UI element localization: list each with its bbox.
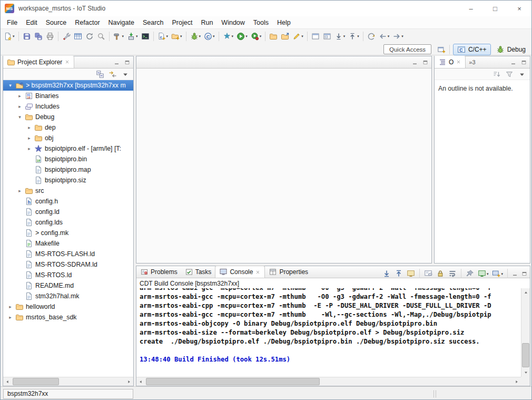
tree-item-readme-md[interactable]: README.md xyxy=(3,280,133,291)
scroll-left-button[interactable] xyxy=(3,377,12,386)
close-icon[interactable] xyxy=(456,59,461,65)
tree-item-debug[interactable]: ▾Debug xyxy=(3,112,133,122)
memory-view-button[interactable] xyxy=(73,30,83,43)
tab-tasks[interactable]: Tasks xyxy=(181,266,215,278)
minimize-view-button[interactable] xyxy=(509,58,518,67)
tree-item-config-h[interactable]: hconfig.h xyxy=(3,196,133,207)
tree-item-includes[interactable]: ▸Includes xyxy=(3,101,133,112)
minimize-view-button[interactable] xyxy=(112,58,121,67)
menu-edit[interactable]: Edit xyxy=(22,17,42,28)
menu-run[interactable]: Run xyxy=(196,17,217,28)
menu-file[interactable]: File xyxy=(3,17,22,28)
import-folder-button[interactable] xyxy=(280,30,290,43)
tree-item-config-mk[interactable]: > config.mk xyxy=(3,228,133,238)
pin-console-button[interactable] xyxy=(465,267,475,280)
dropdown-arrow-icon[interactable]: ▾ xyxy=(401,34,403,38)
menu-refactor[interactable]: Refactor xyxy=(71,17,104,28)
tab-problems[interactable]: Problems xyxy=(136,266,181,278)
prev-error-button[interactable] xyxy=(393,267,404,280)
menu-help[interactable]: Help xyxy=(273,17,295,28)
expander-closed-icon[interactable]: ▸ xyxy=(7,304,13,309)
close-icon[interactable] xyxy=(255,269,261,275)
open-perspective-button[interactable] xyxy=(437,45,446,54)
annotate-button[interactable]: ▾ xyxy=(291,30,304,43)
flash-download-button[interactable]: ▾ xyxy=(222,30,235,43)
run-button[interactable]: ▾ xyxy=(235,30,249,43)
prev-annotation-button[interactable]: ▾ xyxy=(347,30,360,43)
tree-item-bspiotpipro-bin[interactable]: 10bspiotpipro.bin xyxy=(3,154,133,164)
editor-empty-area[interactable] xyxy=(136,69,431,263)
search-button[interactable] xyxy=(96,30,106,43)
show-console-on-output-button[interactable] xyxy=(406,267,416,280)
expander-closed-icon[interactable]: ▸ xyxy=(17,93,23,99)
close-icon[interactable] xyxy=(64,59,70,65)
tree-item-bspiotpipro-map[interactable]: bspiotpipro.map xyxy=(3,164,133,175)
open-console-button[interactable]: ▾ xyxy=(491,267,504,280)
scroll-right-button[interactable] xyxy=(512,377,521,386)
dropdown-arrow-icon[interactable]: ▾ xyxy=(166,34,169,38)
save-all-button[interactable] xyxy=(33,30,44,43)
maximize-view-button[interactable] xyxy=(520,269,529,278)
tree-item-dep[interactable]: ▸dep xyxy=(3,122,133,133)
new-window-button[interactable] xyxy=(310,30,321,43)
dropdown-arrow-icon[interactable]: ▾ xyxy=(357,34,359,38)
tree-item-ms-rtos-flash-ld[interactable]: MS-RTOS-FLASH.ld xyxy=(3,249,133,259)
external-tools-button[interactable]: ▾ xyxy=(250,30,263,43)
quick-access-button[interactable]: Quick Access xyxy=(383,44,431,54)
dropdown-arrow-icon[interactable]: ▾ xyxy=(199,34,201,38)
new-wizard-button[interactable]: ▾ xyxy=(3,30,16,43)
dropdown-arrow-icon[interactable]: ▾ xyxy=(260,34,262,38)
scroll-thumb[interactable] xyxy=(146,378,320,385)
menu-window[interactable]: Window xyxy=(217,17,249,28)
scroll-right-button[interactable] xyxy=(124,377,133,386)
menu-tools[interactable]: Tools xyxy=(249,17,273,28)
menu-source[interactable]: Source xyxy=(42,17,71,28)
tree-item-bspiotpipro-elf-arm-le-t[interactable]: ▸bspiotpipro.elf - [arm/le] [T: xyxy=(3,143,133,154)
view-menu-button[interactable] xyxy=(517,68,527,81)
maximize-window-button[interactable]: □ xyxy=(483,1,507,16)
view-overflow-indicator[interactable]: »3 xyxy=(469,59,475,65)
display-console-button[interactable]: ▾ xyxy=(477,267,490,280)
toolchain-button[interactable] xyxy=(61,30,72,43)
tree-item-config-lds[interactable]: config.lds xyxy=(3,217,133,228)
tree-item-bspstm32h7xx-bspstm32h7xx-m[interactable]: ▾C> bspstm32h7xx [bspstm32h7xx m xyxy=(3,80,133,91)
dropdown-arrow-icon[interactable]: ▾ xyxy=(136,34,138,38)
back-button[interactable]: ▾ xyxy=(378,30,391,43)
perspective-cpp-button[interactable]: C C/C++ xyxy=(453,44,491,55)
dropdown-arrow-icon[interactable]: ▾ xyxy=(245,34,248,38)
perspective-debug-button[interactable]: Debug xyxy=(492,44,530,55)
view-menu-button[interactable] xyxy=(120,68,131,81)
profiler-button[interactable] xyxy=(84,30,95,43)
next-error-button[interactable] xyxy=(381,267,392,280)
tree-item-msrtos-base-sdk[interactable]: ▸msrtos_base_sdk xyxy=(3,312,133,323)
print-button[interactable] xyxy=(45,30,55,43)
dropdown-arrow-icon[interactable]: ▾ xyxy=(487,272,489,276)
console-hscrollbar[interactable] xyxy=(136,377,521,386)
dropdown-arrow-icon[interactable]: ▾ xyxy=(180,34,182,38)
tree-item-bspiotpipro-siz[interactable]: bspiotpipro.siz xyxy=(3,175,133,186)
expander-closed-icon[interactable]: ▸ xyxy=(17,104,23,109)
dropdown-arrow-icon[interactable]: ▾ xyxy=(301,34,303,38)
tree-item-ms-rtos-ld[interactable]: MS-RTOS.ld xyxy=(3,270,133,280)
scroll-down-button[interactable] xyxy=(521,368,530,377)
close-window-button[interactable]: × xyxy=(507,1,531,16)
clear-console-button[interactable] xyxy=(423,267,434,280)
expander-closed-icon[interactable]: ▸ xyxy=(26,125,32,130)
expander-open-icon[interactable]: ▾ xyxy=(17,114,23,120)
new-c-file-button[interactable]: c▾ xyxy=(156,30,170,43)
console-vscrollbar[interactable] xyxy=(521,288,530,377)
word-wrap-button[interactable] xyxy=(447,267,458,280)
dropdown-arrow-icon[interactable]: ▾ xyxy=(13,34,15,38)
tab-properties[interactable]: Properties xyxy=(265,266,312,278)
dropdown-arrow-icon[interactable]: ▾ xyxy=(388,34,390,38)
minimize-view-button[interactable] xyxy=(510,269,519,278)
dropdown-arrow-icon[interactable]: ▾ xyxy=(232,34,234,38)
expander-closed-icon[interactable]: ▸ xyxy=(7,315,13,320)
tree-item-makefile[interactable]: Makefile xyxy=(3,238,133,249)
scroll-thumb[interactable] xyxy=(522,343,529,367)
tab-project-explorer[interactable]: Project Explorer xyxy=(3,56,74,68)
dropdown-arrow-icon[interactable]: ▾ xyxy=(343,34,346,38)
menu-project[interactable]: Project xyxy=(168,17,197,28)
tree-item-obj[interactable]: ▸obj xyxy=(3,133,133,143)
last-edit-button[interactable] xyxy=(366,30,377,43)
